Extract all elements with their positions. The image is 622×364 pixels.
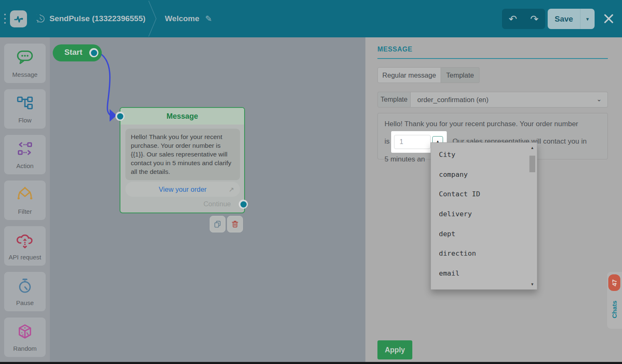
continue-output-label: Continue [203, 200, 231, 208]
variable-option[interactable]: email [439, 264, 527, 283]
preview-line-2-prefix: is [384, 137, 389, 145]
sidebar-item-label: Message [4, 71, 46, 78]
window-bottom-edge [0, 362, 622, 364]
message-url-button-label: View your order [159, 186, 206, 193]
apply-button[interactable]: Apply [377, 340, 412, 359]
continue-output-port[interactable] [239, 200, 248, 209]
close-button[interactable] [602, 12, 616, 25]
sidebar-item-filter[interactable]: Filter [4, 181, 46, 220]
sidebar-item-label: Action [4, 162, 46, 169]
edit-flow-name-icon[interactable]: ✎ [205, 14, 212, 24]
chevron-down-icon: ⌄ [596, 95, 602, 103]
api-cloud-icon [4, 232, 46, 249]
template-select[interactable]: order_confirmation (en) ⌄ [411, 92, 608, 107]
variable-value-input[interactable] [394, 135, 431, 149]
sendpulse-logo[interactable] [10, 10, 27, 27]
start-output-port[interactable] [89, 48, 98, 57]
copy-icon [213, 220, 222, 228]
sidebar-item-api-request[interactable]: API request [4, 226, 46, 266]
variable-option[interactable]: Contact ID [439, 184, 527, 204]
sidebar-item-label: Flow [4, 117, 46, 124]
preview-line-1: Hello! Thank you for your recent purchas… [384, 117, 601, 131]
copy-node-button[interactable] [210, 216, 225, 232]
pulse-icon [13, 13, 24, 25]
save-options-button[interactable]: ▼ [580, 9, 595, 29]
random-dice-icon [4, 323, 46, 340]
chats-count-badge: 47 [608, 274, 620, 291]
start-node-label: Start [64, 48, 82, 57]
sidebar-item-action[interactable]: Action [4, 135, 46, 174]
flow-canvas[interactable]: Start Message Hello! Thank you for your … [50, 37, 365, 364]
element-sidebar: Message Flow Action Filter API request [0, 37, 50, 364]
sidebar-item-label: Random [4, 345, 46, 352]
scroll-up-icon[interactable]: ▲ [528, 144, 536, 151]
sidebar-item-label: API request [4, 254, 46, 261]
sidebar-item-pause[interactable]: Pause [4, 272, 46, 311]
sidebar-item-flow[interactable]: Flow [4, 89, 46, 129]
flow-icon [4, 95, 46, 111]
header: SendPulse (13322396555) Welcome ✎ ↶ ↷ Sa… [0, 0, 622, 37]
redo-icon: ↷ [530, 13, 539, 25]
flow-name: Welcome [165, 14, 199, 23]
filter-icon [4, 186, 46, 202]
variable-option[interactable]: delivery [439, 204, 527, 224]
chevron-down-icon: ▼ [585, 17, 590, 22]
trash-icon [231, 220, 239, 228]
message-bubble-icon [4, 49, 46, 65]
header-separator [146, 0, 159, 37]
variable-option[interactable]: company [439, 165, 527, 185]
chats-tab-label: Chats [611, 300, 618, 318]
scroll-down-icon[interactable]: ▼ [528, 281, 536, 288]
flow-builder-app: SendPulse (13322396555) Welcome ✎ ↶ ↷ Sa… [0, 0, 622, 364]
variable-option[interactable]: City [439, 145, 527, 165]
chats-side-tab[interactable]: 47 Chats [607, 272, 622, 329]
dropdown-scrollbar[interactable]: ▲ ▼ [528, 143, 536, 289]
sidebar-item-label: Pause [4, 299, 46, 306]
whatsapp-icon [37, 15, 45, 23]
message-url-button[interactable]: View your order ↗ [125, 182, 240, 197]
action-icon [4, 141, 46, 156]
history-buttons: ↶ ↷ [502, 9, 545, 29]
variable-option[interactable]: dept [439, 224, 527, 244]
start-node[interactable]: Start [53, 44, 102, 61]
external-link-icon: ↗ [229, 186, 234, 193]
message-node-title: Message [120, 108, 244, 125]
close-icon [602, 12, 615, 25]
template-field-label: Template [377, 92, 411, 107]
message-input-port[interactable] [115, 112, 125, 121]
message-node[interactable]: Message Hello! Thank you for your recent… [120, 107, 245, 213]
bot-name: SendPulse (13322396555) [49, 14, 145, 23]
save-button[interactable]: Save [548, 9, 580, 29]
tab-regular-message[interactable]: Regular message [377, 67, 441, 83]
panel-divider [377, 58, 608, 59]
undo-icon: ↶ [509, 13, 517, 25]
message-node-text: Hello! Thank you for your recent purchas… [125, 129, 240, 180]
pause-timer-icon [4, 278, 46, 294]
panel-title: MESSAGE [377, 46, 412, 53]
delete-node-button[interactable] [227, 216, 243, 232]
tab-template[interactable]: Template [441, 67, 480, 83]
kebab-menu-icon[interactable] [4, 14, 7, 24]
save-split-button: Save ▼ [548, 9, 595, 29]
variable-option[interactable]: direction [439, 244, 527, 264]
scrollbar-thumb[interactable] [529, 156, 535, 172]
redo-button[interactable]: ↷ [524, 9, 545, 29]
message-type-tabs: Regular message Template [377, 67, 480, 83]
undo-button[interactable]: ↶ [502, 9, 524, 29]
template-select-value: order_confirmation (en) [417, 96, 489, 104]
sidebar-item-random[interactable]: Random [4, 318, 46, 357]
sidebar-item-label: Filter [4, 208, 46, 215]
sidebar-item-message[interactable]: Message [4, 44, 46, 83]
variable-dropdown-list: City company Contact ID delivery dept di… [431, 142, 537, 290]
bot-breadcrumb[interactable]: SendPulse (13322396555) [37, 0, 145, 37]
